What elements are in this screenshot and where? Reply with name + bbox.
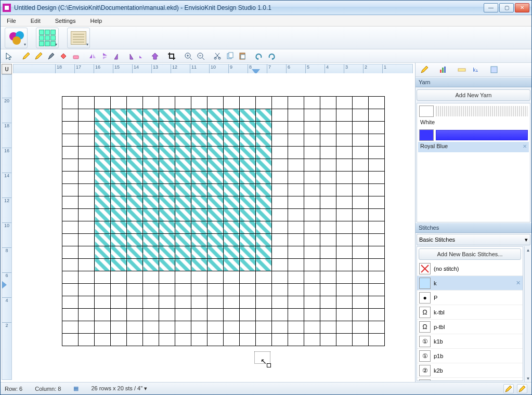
grid-cell[interactable] — [207, 259, 224, 271]
grid-cell[interactable] — [369, 109, 385, 122]
copy-tool[interactable] — [224, 50, 236, 62]
yarn-name-selected[interactable]: Royal Blue ✕ — [418, 142, 529, 152]
grid-cell[interactable] — [191, 246, 207, 259]
grid-cell[interactable] — [320, 309, 336, 321]
grid-cell[interactable] — [191, 172, 207, 184]
grid-cell[interactable] — [62, 296, 79, 309]
grid-cell[interactable] — [143, 147, 159, 159]
grid-cell[interactable] — [143, 97, 159, 109]
grid-cell[interactable] — [353, 196, 369, 209]
yarn-row[interactable] — [418, 128, 529, 142]
grid-cell[interactable] — [175, 296, 191, 309]
grid-cell[interactable] — [143, 321, 159, 334]
grid-cell[interactable] — [353, 234, 369, 246]
grid-cell[interactable] — [127, 221, 143, 234]
grid-cell[interactable] — [272, 159, 288, 172]
grid-cell[interactable] — [127, 334, 143, 346]
grid-cell[interactable] — [143, 172, 159, 184]
grid-cell[interactable] — [159, 147, 175, 159]
grid-cell[interactable] — [79, 196, 95, 209]
grid-cell[interactable] — [240, 284, 256, 296]
grid-cell[interactable] — [288, 234, 304, 246]
grid-cell[interactable] — [320, 196, 336, 209]
grid-cell[interactable] — [272, 209, 288, 221]
grid-cell[interactable] — [369, 246, 385, 259]
grid-cell[interactable] — [240, 321, 256, 334]
grid-cell[interactable] — [272, 184, 288, 196]
zoom-in-tool[interactable] — [183, 50, 194, 62]
grid-cell[interactable] — [111, 134, 127, 147]
grid-cell[interactable] — [143, 109, 159, 122]
grid-cell[interactable] — [127, 147, 143, 159]
grid-cell[interactable] — [240, 97, 256, 109]
grid-cell[interactable] — [159, 246, 175, 259]
grid-cell[interactable] — [111, 172, 127, 184]
grid-cell[interactable] — [320, 234, 336, 246]
grid-cell[interactable] — [79, 309, 95, 321]
grid-cell[interactable] — [62, 271, 79, 284]
grid-cell[interactable] — [127, 284, 143, 296]
grid-cell[interactable] — [207, 172, 224, 184]
flip-h-tool[interactable] — [87, 50, 98, 62]
grid-cell[interactable] — [304, 172, 320, 184]
grid-cell[interactable] — [272, 259, 288, 271]
grid-cell[interactable] — [127, 296, 143, 309]
grid-cell[interactable] — [159, 234, 175, 246]
grid-cell[interactable] — [272, 147, 288, 159]
grid-cell[interactable] — [240, 221, 256, 234]
grid-cell[interactable] — [304, 309, 320, 321]
grid-cell[interactable] — [207, 234, 224, 246]
grid-cell[interactable] — [175, 309, 191, 321]
scroll-up-icon[interactable]: ▲ — [525, 246, 531, 254]
grid-cell[interactable] — [62, 259, 79, 271]
grid-cell[interactable] — [175, 184, 191, 196]
close-icon[interactable]: ✕ — [523, 143, 527, 149]
grid-cell[interactable] — [95, 296, 111, 309]
grid-cell[interactable] — [143, 234, 159, 246]
grid-cell[interactable] — [159, 259, 175, 271]
grid-cell[interactable] — [288, 271, 304, 284]
grid-cell[interactable] — [336, 122, 353, 134]
grid-cell[interactable] — [95, 334, 111, 346]
grid-cell[interactable] — [240, 209, 256, 221]
grid-cell[interactable] — [62, 234, 79, 246]
grid-cell[interactable] — [256, 134, 272, 147]
yarn-palette-button[interactable]: ▾ — [5, 28, 28, 48]
grid-cell[interactable] — [304, 159, 320, 172]
grid-cell[interactable] — [191, 221, 207, 234]
grid-cell[interactable] — [369, 122, 385, 134]
close-icon[interactable]: ✕ — [516, 280, 521, 286]
grid-cell[interactable] — [79, 296, 95, 309]
grid-cell[interactable] — [304, 122, 320, 134]
grid-cell[interactable] — [95, 209, 111, 221]
grid-cell[interactable] — [336, 184, 353, 196]
cut-tool[interactable] — [212, 50, 223, 62]
grid-cell[interactable] — [369, 321, 385, 334]
grid-cell[interactable] — [240, 259, 256, 271]
grid-cell[interactable] — [159, 296, 175, 309]
grid-cell[interactable] — [143, 196, 159, 209]
grid-cell[interactable] — [207, 334, 224, 346]
grid-cell[interactable] — [369, 309, 385, 321]
grid-cell[interactable] — [336, 221, 353, 234]
grid-cell[interactable] — [207, 309, 224, 321]
grid-cell[interactable] — [304, 271, 320, 284]
grid-cell[interactable] — [353, 147, 369, 159]
grid-cell[interactable] — [224, 321, 240, 334]
side-grid-tool[interactable] — [488, 64, 500, 75]
grid-cell[interactable] — [127, 109, 143, 122]
grid-cell[interactable] — [240, 184, 256, 196]
grid-cell[interactable] — [224, 122, 240, 134]
grid-cell[interactable] — [95, 246, 111, 259]
grid-cell[interactable] — [353, 321, 369, 334]
grid-cell[interactable] — [143, 284, 159, 296]
grid-cell[interactable] — [207, 284, 224, 296]
grid-cell[interactable] — [369, 172, 385, 184]
grid-cell[interactable] — [62, 97, 79, 109]
stitch-grid[interactable] — [62, 96, 385, 346]
grid-cell[interactable] — [353, 271, 369, 284]
grid-cell[interactable] — [369, 196, 385, 209]
grid-cell[interactable] — [127, 196, 143, 209]
grid-cell[interactable] — [272, 97, 288, 109]
grid-cell[interactable] — [272, 221, 288, 234]
